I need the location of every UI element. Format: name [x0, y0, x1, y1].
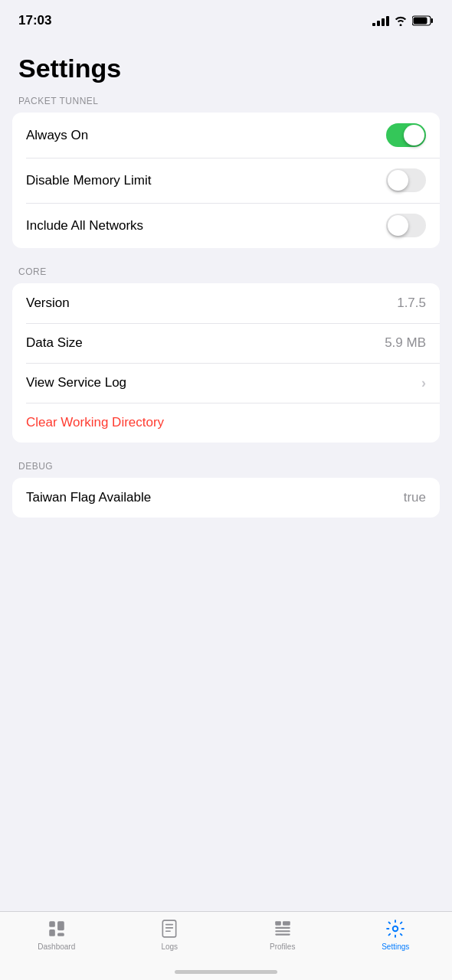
disable-memory-limit-toggle-thumb: [388, 170, 408, 191]
svg-rect-12: [275, 927, 290, 929]
disable-memory-limit-toggle[interactable]: [386, 168, 426, 192]
svg-rect-2: [414, 18, 427, 24]
debug-section: DEBUG Taiwan Flag Available true: [0, 461, 452, 518]
svg-rect-14: [275, 934, 290, 936]
clear-working-directory-label: Clear Working Directory: [26, 415, 164, 430]
status-icons: [372, 15, 434, 26]
core-section: CORE Version 1.7.5 Data Size 5.9 MB View…: [0, 266, 452, 443]
debug-card: Taiwan Flag Available true: [12, 478, 440, 518]
data-size-value: 5.9 MB: [385, 335, 426, 351]
tab-logs[interactable]: Logs: [113, 918, 227, 951]
svg-rect-13: [275, 930, 290, 932]
svg-rect-7: [163, 920, 176, 937]
battery-icon: [412, 15, 434, 26]
view-service-log-row[interactable]: View Service Log ›: [12, 363, 440, 403]
data-size-label: Data Size: [26, 335, 83, 351]
svg-rect-6: [57, 933, 64, 936]
always-on-toggle-thumb: [404, 125, 424, 145]
taiwan-flag-row: Taiwan Flag Available true: [12, 478, 440, 518]
taiwan-flag-value: true: [404, 490, 426, 505]
svg-rect-4: [49, 929, 55, 936]
svg-rect-15: [283, 921, 290, 925]
clear-working-directory-row[interactable]: Clear Working Directory: [12, 403, 440, 443]
dashboard-icon: [46, 918, 67, 939]
version-value: 1.7.5: [397, 296, 426, 311]
core-label: CORE: [0, 266, 452, 283]
svg-rect-11: [275, 921, 281, 925]
view-service-log-chevron: ›: [421, 375, 426, 391]
include-all-networks-label: Include All Networks: [26, 218, 143, 234]
status-time: 17:03: [18, 13, 51, 28]
svg-point-16: [393, 926, 398, 932]
core-card: Version 1.7.5 Data Size 5.9 MB View Serv…: [12, 283, 440, 443]
version-label: Version: [26, 296, 70, 311]
version-row: Version 1.7.5: [12, 283, 440, 323]
tab-profiles[interactable]: Profiles: [226, 918, 339, 951]
include-all-networks-toggle[interactable]: [386, 214, 426, 237]
disable-memory-limit-label: Disable Memory Limit: [26, 173, 151, 188]
always-on-toggle[interactable]: [386, 123, 426, 147]
always-on-label: Always On: [26, 128, 88, 143]
signal-icon: [372, 15, 389, 26]
view-service-log-label: View Service Log: [26, 375, 126, 390]
settings-icon: [385, 918, 406, 939]
packet-tunnel-card: Always On Disable Memory Limit Include A…: [12, 113, 440, 248]
taiwan-flag-label: Taiwan Flag Available: [26, 490, 151, 505]
packet-tunnel-section: PACKET TUNNEL Always On Disable Memory L…: [0, 96, 452, 248]
tab-settings-label: Settings: [382, 942, 409, 951]
logs-icon: [159, 918, 180, 939]
include-all-networks-toggle-thumb: [388, 215, 408, 236]
svg-rect-3: [49, 921, 55, 927]
include-all-networks-row: Include All Networks: [12, 203, 440, 248]
svg-rect-5: [57, 921, 64, 930]
profiles-icon: [272, 918, 293, 939]
wifi-icon: [394, 15, 408, 26]
tab-logs-label: Logs: [161, 942, 178, 951]
packet-tunnel-label: PACKET TUNNEL: [0, 96, 452, 113]
tab-settings[interactable]: Settings: [339, 918, 453, 951]
debug-label: DEBUG: [0, 461, 452, 478]
always-on-row: Always On: [12, 113, 440, 158]
tab-dashboard-label: Dashboard: [38, 942, 75, 951]
svg-rect-1: [431, 18, 434, 23]
page-title: Settings: [0, 38, 452, 96]
home-indicator: [175, 970, 277, 974]
disable-memory-limit-row: Disable Memory Limit: [12, 158, 440, 203]
status-bar: 17:03: [0, 0, 452, 38]
tab-dashboard[interactable]: Dashboard: [0, 918, 113, 951]
data-size-row: Data Size 5.9 MB: [12, 323, 440, 363]
tab-profiles-label: Profiles: [270, 942, 295, 951]
